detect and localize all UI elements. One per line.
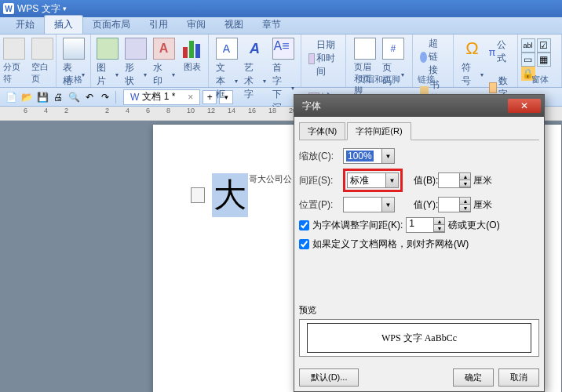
- dialog-title: 字体: [297, 100, 321, 113]
- qat-save-icon[interactable]: 💾: [35, 90, 49, 104]
- form-check-button[interactable]: ☑: [537, 38, 551, 53]
- value2-label: 值(Y):: [414, 198, 438, 212]
- qat-redo-icon[interactable]: ↷: [98, 90, 112, 104]
- ok-button[interactable]: 确定: [453, 368, 494, 387]
- tab-layout[interactable]: 页面布局: [83, 16, 140, 34]
- tab-insert[interactable]: 插入: [44, 15, 83, 34]
- ribbon-tabs: 开始 插入 页面布局 引用 审阅 视图 章节: [0, 17, 562, 34]
- form-shade-button[interactable]: ▦: [537, 53, 551, 67]
- dialog-close-button[interactable]: ✕: [508, 99, 541, 113]
- kerning-checkbox[interactable]: [299, 220, 309, 230]
- default-button[interactable]: 默认(D)...: [299, 368, 359, 387]
- unit2-cm: 厘米: [473, 198, 492, 212]
- tab-char-spacing[interactable]: 字符间距(R): [347, 122, 411, 140]
- tab-font[interactable]: 字体(N): [299, 122, 345, 140]
- chart-button[interactable]: 图表: [178, 36, 206, 89]
- picture-button[interactable]: 图片▾: [93, 36, 122, 89]
- preview-box: WPS 文字 AaBbCc: [299, 319, 539, 357]
- symbol-button[interactable]: Ω符号▾: [458, 36, 487, 102]
- app-title: WPS 文字: [17, 2, 60, 16]
- tab-section[interactable]: 章节: [253, 16, 290, 34]
- tab-close-icon[interactable]: ×: [188, 92, 193, 103]
- unit-cm: 厘米: [473, 174, 492, 187]
- hyperlink-button[interactable]: 超链接: [418, 36, 448, 78]
- kerning-unit: 磅或更大(O): [448, 219, 499, 232]
- dialog-tabs: 字体(N) 字符间距(R): [299, 122, 539, 140]
- position-value-spinner[interactable]: ▲▼: [438, 197, 471, 212]
- form-combo-button[interactable]: ▭: [521, 53, 535, 67]
- scale-combo[interactable]: 100% ▼: [343, 148, 395, 164]
- selected-text[interactable]: 大: [212, 173, 248, 217]
- title-dropdown-icon[interactable]: ▾: [63, 5, 67, 13]
- qat-preview-icon[interactable]: 🔍: [67, 90, 81, 104]
- chevron-down-icon[interactable]: ▼: [385, 173, 398, 187]
- group-label-form: 窗体: [531, 74, 549, 85]
- kerning-label: 为字体调整字间距(K):: [312, 219, 403, 232]
- page-number-button[interactable]: #页码▾: [379, 36, 407, 98]
- qat-print-icon[interactable]: 🖨: [51, 90, 65, 104]
- blank-page-button[interactable]: 空白页: [28, 36, 57, 86]
- preview-label: 预览: [299, 304, 539, 316]
- shapes-button[interactable]: 形状▾: [122, 36, 150, 89]
- page-indicator-icon: [191, 187, 205, 203]
- position-combo[interactable]: ▼: [343, 197, 395, 212]
- snap-grid-checkbox[interactable]: [299, 239, 309, 249]
- spacing-label: 间距(S):: [299, 174, 343, 187]
- header-footer-button[interactable]: 页眉和页脚: [351, 36, 379, 98]
- qat-open-icon[interactable]: 📂: [20, 90, 34, 104]
- page-break-button[interactable]: 分页符: [0, 36, 28, 86]
- app-icon: W: [3, 3, 14, 14]
- preview-text: WPS 文字 AaBbCc: [307, 323, 531, 353]
- qat-new-icon[interactable]: 📄: [4, 90, 18, 104]
- app-titlebar: W WPS 文字 ▾: [0, 0, 562, 17]
- form-text-button[interactable]: abl: [521, 38, 535, 53]
- qat-undo-icon[interactable]: ↶: [82, 90, 97, 104]
- tab-review[interactable]: 审阅: [177, 16, 215, 34]
- cancel-button[interactable]: 取消: [498, 368, 539, 387]
- tab-reference[interactable]: 引用: [140, 16, 177, 34]
- equation-button[interactable]: π公式: [487, 38, 513, 66]
- snap-grid-label: 如果定义了文档网格，则对齐网格(W): [312, 238, 469, 251]
- spacing-highlight: 标准 ▼: [343, 169, 403, 192]
- textbox-button[interactable]: A文本框▾: [213, 36, 241, 116]
- chevron-down-icon[interactable]: ▼: [381, 198, 394, 212]
- scale-label: 缩放(C):: [299, 150, 343, 163]
- ribbon: 分页符 空白页 表格▾ 表格 图片▾ 形状▾ A水印▾ 图表 A文本框▾ A艺术…: [0, 34, 562, 88]
- watermark-button[interactable]: A水印▾: [150, 36, 178, 89]
- document-tab[interactable]: W文档 1 *×: [123, 89, 200, 105]
- wordart-button[interactable]: A艺术字▾: [241, 36, 269, 116]
- chevron-down-icon[interactable]: ▼: [381, 149, 394, 163]
- kerning-spinner[interactable]: 1▲▼: [406, 217, 445, 233]
- position-label: 位置(P):: [299, 198, 343, 212]
- body-text[interactable]: 哥大公司公: [249, 173, 292, 185]
- group-label-link: 链接: [418, 74, 435, 85]
- group-label-table: 表格: [65, 74, 82, 85]
- datetime-button[interactable]: 日期和时间: [306, 38, 341, 79]
- spacing-value-spinner[interactable]: ▲▼: [438, 172, 471, 188]
- font-dialog: 字体 ✕ 字体(N) 字符间距(R) 缩放(C): 100% ▼ 间距(S): …: [294, 94, 545, 392]
- value-label: 值(B):: [414, 174, 438, 187]
- dialog-titlebar[interactable]: 字体 ✕: [294, 95, 544, 117]
- tab-start[interactable]: 开始: [6, 16, 44, 34]
- spacing-combo[interactable]: 标准 ▼: [347, 172, 399, 188]
- group-label-hf: 页眉和页脚: [357, 74, 400, 85]
- tab-view[interactable]: 视图: [215, 16, 253, 34]
